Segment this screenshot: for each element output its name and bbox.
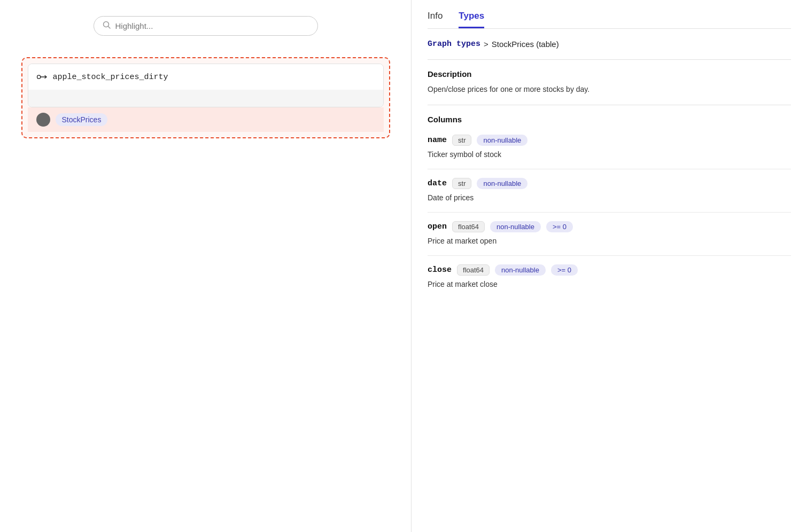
column-name-row: openfloat64non-nullable>= 0	[428, 221, 791, 232]
columns-container: namestrnon-nullableTicker symbol of stoc…	[428, 126, 791, 299]
column-constraint-badge: >= 0	[551, 264, 578, 276]
svg-point-2	[37, 75, 40, 79]
column-desc: Price at market close	[428, 279, 791, 290]
column-constraint-badge: non-nullable	[477, 178, 527, 189]
breadcrumb: Graph types > StockPrices (table)	[428, 40, 791, 49]
left-panel: apple_stock_prices_dirty StockPrices	[0, 0, 412, 532]
search-bar	[94, 16, 318, 36]
circle-icon	[36, 113, 50, 127]
search-input[interactable]	[115, 21, 309, 30]
node-card: apple_stock_prices_dirty	[28, 64, 384, 107]
column-entry: openfloat64non-nullable>= 0Price at mark…	[428, 212, 791, 255]
column-name: close	[428, 265, 452, 275]
tab-info[interactable]: Info	[428, 11, 443, 28]
column-type-badge: str	[452, 178, 471, 189]
tab-types[interactable]: Types	[459, 11, 484, 28]
node-title: apple_stock_prices_dirty	[53, 73, 168, 82]
column-type-badge: float64	[452, 221, 485, 232]
column-entry: closefloat64non-nullable>= 0Price at mar…	[428, 255, 791, 299]
right-panel: Info Types Graph types > StockPrices (ta…	[412, 0, 807, 532]
column-entry: namestrnon-nullableTicker symbol of stoc…	[428, 126, 791, 169]
description-text: Open/close prices for one or more stocks…	[428, 84, 791, 95]
node-card-container: apple_stock_prices_dirty StockPrices	[21, 57, 390, 138]
column-name-row: closefloat64non-nullable>= 0	[428, 264, 791, 276]
type-chip[interactable]: StockPrices	[56, 113, 108, 126]
column-name: open	[428, 222, 447, 231]
columns-section-title: Columns	[428, 105, 791, 126]
column-name: date	[428, 179, 447, 188]
column-desc: Date of prices	[428, 192, 791, 204]
column-constraint-badge: non-nullable	[490, 221, 541, 232]
node-empty-row	[28, 90, 383, 107]
description-section: Description Open/close prices for one or…	[428, 59, 791, 105]
svg-line-1	[108, 27, 110, 29]
column-name-row: namestrnon-nullable	[428, 135, 791, 146]
column-constraint-badge: non-nullable	[477, 135, 527, 146]
search-icon	[103, 21, 111, 31]
column-desc: Price at market open	[428, 236, 791, 247]
column-type-badge: float64	[457, 264, 490, 276]
chip-row: StockPrices	[28, 107, 384, 132]
breadcrumb-separator: >	[484, 40, 488, 49]
tabs-row: Info Types	[428, 11, 791, 29]
column-name-row: datestrnon-nullable	[428, 178, 791, 189]
column-name: name	[428, 136, 447, 145]
column-desc: Ticker symbol of stock	[428, 149, 791, 160]
search-bar-wrapper	[94, 16, 318, 36]
column-type-badge: str	[452, 135, 471, 146]
node-header: apple_stock_prices_dirty	[28, 64, 383, 90]
column-constraint-badge: non-nullable	[495, 264, 546, 276]
key-icon	[37, 72, 48, 82]
breadcrumb-end: StockPrices (table)	[492, 40, 559, 49]
column-constraint-badge: >= 0	[546, 221, 573, 232]
description-title: Description	[428, 69, 791, 79]
breadcrumb-prefix[interactable]: Graph types	[428, 40, 480, 49]
column-entry: datestrnon-nullableDate of prices	[428, 169, 791, 212]
